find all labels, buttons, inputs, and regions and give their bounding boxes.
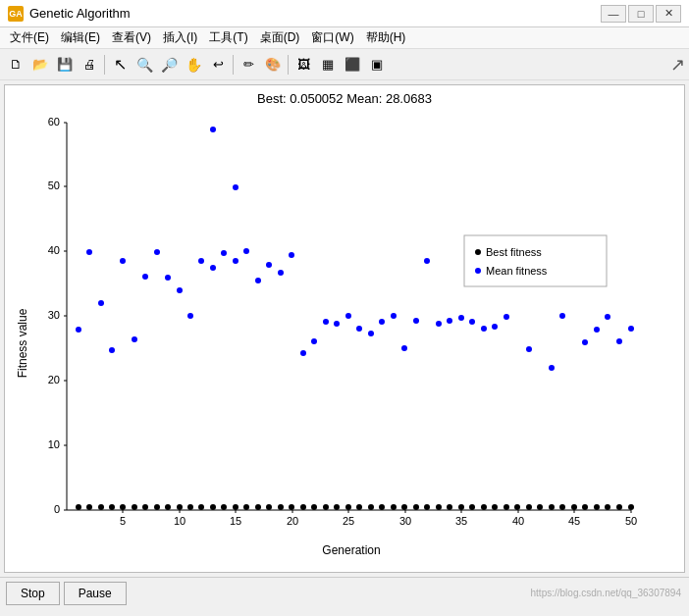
svg-text:45: 45 — [568, 515, 580, 527]
svg-point-91 — [132, 504, 137, 510]
toolbar-zoom-in[interactable]: 🔍 — [132, 53, 156, 77]
toolbar-rotate[interactable]: ↩ — [206, 53, 230, 77]
toolbar-figure[interactable]: 🖼 — [292, 53, 315, 77]
svg-point-62 — [368, 331, 374, 336]
toolbar-print[interactable]: 🖨 — [78, 53, 101, 77]
svg-point-110 — [345, 504, 351, 510]
svg-point-105 — [289, 504, 294, 510]
svg-point-131 — [582, 504, 588, 510]
svg-point-86 — [76, 504, 81, 510]
svg-point-126 — [526, 504, 532, 510]
menu-tools[interactable]: 工具(T) — [203, 28, 253, 47]
minimize-button[interactable]: — — [601, 5, 626, 23]
svg-point-93 — [154, 504, 160, 510]
svg-point-118 — [436, 504, 442, 510]
toolbar-save[interactable]: 💾 — [53, 53, 77, 77]
menu-edit[interactable]: 编辑(E) — [55, 28, 106, 47]
toolbar-brush[interactable]: ✏ — [237, 53, 260, 77]
y-axis-label: Fitness value — [16, 308, 29, 378]
pause-button[interactable]: Pause — [64, 582, 127, 605]
app-icon: GA — [8, 6, 24, 22]
svg-point-82 — [594, 327, 600, 333]
svg-point-120 — [458, 504, 464, 510]
svg-point-113 — [379, 504, 385, 510]
svg-point-51 — [243, 248, 249, 254]
svg-point-132 — [594, 504, 600, 510]
toolbar-layout[interactable]: ▣ — [365, 53, 389, 77]
svg-text:10: 10 — [174, 515, 186, 527]
toolbar-pan[interactable]: ✋ — [182, 53, 205, 77]
window-controls: — □ ✕ — [601, 5, 681, 23]
chart-title: Best: 0.050052 Mean: 28.0683 — [5, 85, 684, 108]
toolbar-select[interactable]: ↖ — [108, 53, 132, 77]
svg-point-71 — [469, 319, 475, 325]
svg-point-73 — [492, 324, 498, 330]
svg-point-136 — [210, 127, 216, 132]
menu-help[interactable]: 帮助(H) — [360, 28, 412, 47]
svg-point-101 — [243, 504, 249, 510]
svg-point-38 — [98, 300, 104, 306]
svg-point-87 — [86, 504, 92, 510]
svg-point-121 — [469, 504, 475, 510]
svg-point-49 — [221, 250, 227, 256]
svg-point-72 — [481, 326, 487, 332]
svg-point-81 — [582, 339, 588, 345]
svg-point-108 — [323, 504, 329, 510]
legend-mean: Mean fitness — [486, 265, 548, 277]
toolbar-arrow[interactable]: ↗ — [670, 54, 685, 76]
svg-point-133 — [605, 504, 610, 510]
svg-text:50: 50 — [625, 515, 637, 527]
svg-point-58 — [323, 319, 329, 325]
svg-point-57 — [311, 338, 317, 344]
svg-text:5: 5 — [120, 515, 126, 527]
svg-point-102 — [255, 504, 261, 510]
toolbar-color[interactable]: 🎨 — [261, 53, 285, 77]
svg-point-85 — [628, 326, 634, 332]
svg-point-83 — [605, 314, 610, 320]
svg-point-54 — [278, 270, 284, 276]
svg-point-92 — [142, 504, 148, 510]
svg-text:30: 30 — [399, 515, 411, 527]
svg-text:40: 40 — [48, 244, 60, 256]
toolbar-open[interactable]: 📂 — [28, 53, 52, 77]
svg-point-109 — [334, 504, 340, 510]
svg-point-100 — [233, 504, 238, 510]
toolbar-new[interactable]: 🗋 — [4, 53, 27, 77]
menu-file[interactable]: 文件(E) — [4, 28, 55, 47]
menu-insert[interactable]: 插入(I) — [157, 28, 203, 47]
svg-text:20: 20 — [48, 374, 60, 385]
svg-point-124 — [504, 504, 509, 510]
watermark: https://blog.csdn.net/qq_36307894 — [531, 588, 681, 598]
svg-point-65 — [401, 345, 407, 351]
svg-point-130 — [571, 504, 577, 510]
svg-point-97 — [198, 504, 204, 510]
svg-point-36 — [76, 327, 81, 333]
close-button[interactable]: ✕ — [656, 5, 681, 23]
svg-point-79 — [559, 313, 565, 319]
menu-desktop[interactable]: 桌面(D) — [254, 28, 306, 47]
svg-point-44 — [165, 275, 171, 281]
svg-point-40 — [120, 258, 126, 264]
svg-point-37 — [86, 249, 92, 255]
svg-point-117 — [424, 504, 430, 510]
svg-point-67 — [424, 258, 430, 264]
stop-button[interactable]: Stop — [6, 582, 60, 605]
toolbar-black[interactable]: ⬛ — [341, 53, 364, 77]
svg-point-59 — [334, 321, 340, 327]
svg-point-84 — [616, 338, 622, 344]
svg-point-107 — [311, 504, 317, 510]
svg-point-48 — [210, 265, 216, 271]
menu-window[interactable]: 窗口(W) — [305, 28, 359, 47]
svg-point-111 — [356, 504, 362, 510]
maximize-button[interactable]: □ — [628, 5, 654, 23]
toolbar-zoom-out[interactable]: 🔎 — [157, 53, 181, 77]
svg-point-50 — [233, 258, 238, 264]
svg-point-137 — [233, 184, 238, 190]
toolbar-grid[interactable]: ▦ — [316, 53, 340, 77]
svg-point-63 — [379, 319, 385, 325]
x-axis-label: Generation — [322, 543, 380, 557]
svg-text:60: 60 — [48, 116, 60, 128]
menu-view[interactable]: 查看(V) — [106, 28, 157, 47]
svg-point-104 — [278, 504, 284, 510]
svg-point-103 — [266, 504, 272, 510]
